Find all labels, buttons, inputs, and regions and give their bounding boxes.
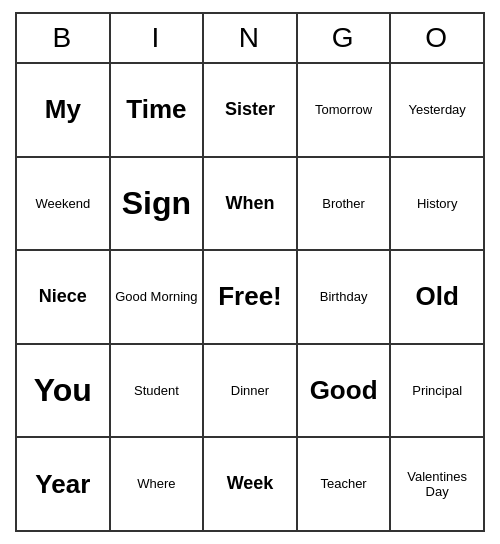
bingo-card: BINGO MyTimeSisterTomorrowYesterdayWeeke… <box>15 12 485 532</box>
bingo-cell-r4-c2: Student <box>111 345 205 437</box>
bingo-cell-r2-c3: When <box>204 158 298 250</box>
bingo-cell-r1-c4: Tomorrow <box>298 64 392 156</box>
header-letter-i: I <box>111 14 205 62</box>
bingo-cell-r3-c3: Free! <box>204 251 298 343</box>
bingo-grid: MyTimeSisterTomorrowYesterdayWeekendSign… <box>17 64 483 530</box>
bingo-cell-r1-c1: My <box>17 64 111 156</box>
bingo-row-1: MyTimeSisterTomorrowYesterday <box>17 64 483 158</box>
bingo-cell-r2-c1: Weekend <box>17 158 111 250</box>
bingo-row-4: YouStudentDinnerGoodPrincipal <box>17 345 483 439</box>
bingo-cell-r3-c4: Birthday <box>298 251 392 343</box>
bingo-cell-r5-c4: Teacher <box>298 438 392 530</box>
bingo-cell-r4-c4: Good <box>298 345 392 437</box>
bingo-cell-r5-c5: Valentines Day <box>391 438 483 530</box>
bingo-cell-r4-c5: Principal <box>391 345 483 437</box>
bingo-cell-r4-c3: Dinner <box>204 345 298 437</box>
bingo-cell-r2-c4: Brother <box>298 158 392 250</box>
bingo-row-5: YearWhereWeekTeacherValentines Day <box>17 438 483 530</box>
bingo-cell-r2-c5: History <box>391 158 483 250</box>
bingo-cell-r3-c5: Old <box>391 251 483 343</box>
header-letter-b: B <box>17 14 111 62</box>
bingo-row-3: NieceGood MorningFree!BirthdayOld <box>17 251 483 345</box>
bingo-cell-r1-c3: Sister <box>204 64 298 156</box>
bingo-cell-r3-c2: Good Morning <box>111 251 205 343</box>
bingo-cell-r1-c5: Yesterday <box>391 64 483 156</box>
header-letter-o: O <box>391 14 483 62</box>
header-letter-g: G <box>298 14 392 62</box>
bingo-header: BINGO <box>17 14 483 64</box>
bingo-cell-r5-c3: Week <box>204 438 298 530</box>
bingo-cell-r5-c1: Year <box>17 438 111 530</box>
bingo-cell-r3-c1: Niece <box>17 251 111 343</box>
bingo-cell-r2-c2: Sign <box>111 158 205 250</box>
bingo-cell-r5-c2: Where <box>111 438 205 530</box>
header-letter-n: N <box>204 14 298 62</box>
bingo-cell-r4-c1: You <box>17 345 111 437</box>
bingo-cell-r1-c2: Time <box>111 64 205 156</box>
bingo-row-2: WeekendSignWhenBrotherHistory <box>17 158 483 252</box>
